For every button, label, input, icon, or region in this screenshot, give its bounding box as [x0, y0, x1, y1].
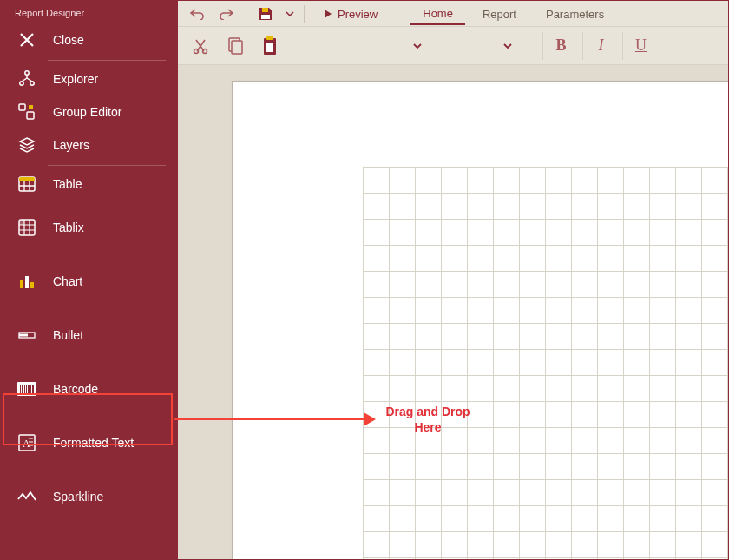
layers-icon: [16, 135, 37, 155]
annotation-line2: Here: [414, 420, 441, 434]
svg-rect-4: [27, 112, 34, 119]
sidebar-item-label: Layers: [53, 138, 89, 152]
sidebar-title: Report Designer: [1, 4, 178, 23]
svg-rect-14: [19, 334, 28, 337]
svg-rect-12: [30, 282, 34, 288]
svg-rect-20: [28, 385, 30, 393]
separator: [304, 5, 305, 23]
redo-button[interactable]: [214, 3, 239, 25]
svg-rect-11: [25, 276, 29, 288]
svg-rect-3: [19, 104, 25, 110]
cut-button[interactable]: [185, 30, 216, 62]
sidebar-item-label: Bullet: [53, 328, 83, 342]
bullet-icon: [16, 325, 37, 346]
svg-rect-10: [20, 280, 23, 288]
svg-rect-17: [22, 385, 23, 393]
play-icon: [324, 9, 332, 19]
design-canvas[interactable]: [178, 65, 728, 559]
sidebar-item-label: Tablix: [53, 221, 84, 234]
sidebar: Report Designer Close Explorer Group Edi…: [1, 1, 178, 559]
sidebar-item-label: Explorer: [53, 72, 98, 86]
sidebar-item-bullet[interactable]: Bullet: [1, 308, 178, 362]
divider: [48, 165, 166, 166]
svg-rect-25: [262, 8, 268, 12]
svg-rect-9: [19, 220, 24, 225]
sidebar-item-table[interactable]: Table: [1, 168, 178, 201]
underline-button[interactable]: U: [622, 32, 659, 60]
sidebar-item-chart[interactable]: Chart: [1, 254, 178, 308]
annotation-text: Drag and Drop Here: [363, 404, 493, 435]
svg-rect-19: [26, 385, 27, 393]
sidebar-item-label: Close: [53, 33, 84, 47]
main-area: Preview Home Report Parameters B I U: [178, 1, 728, 559]
bold-button[interactable]: B: [542, 32, 579, 60]
svg-point-27: [194, 49, 199, 53]
copy-button[interactable]: [220, 30, 251, 62]
annotation-arrow: [174, 418, 370, 420]
divider: [48, 60, 166, 61]
svg-rect-26: [261, 15, 270, 19]
font-size-dropdown[interactable]: [440, 35, 518, 57]
svg-rect-21: [30, 385, 31, 393]
group-editor-icon: [16, 102, 37, 122]
svg-point-2: [30, 82, 34, 85]
sidebar-item-sparkline[interactable]: Sparkline: [1, 470, 178, 524]
formatted-text-icon: A: [16, 432, 37, 453]
svg-rect-33: [266, 43, 273, 52]
annotation-line1: Drag and Drop: [385, 405, 470, 418]
sidebar-item-barcode[interactable]: Barcode: [1, 362, 178, 416]
sidebar-item-close[interactable]: Close: [1, 23, 178, 56]
sidebar-item-label: Table: [53, 177, 82, 191]
sidebar-item-label: Chart: [53, 274, 82, 288]
svg-point-28: [203, 49, 207, 53]
tab-report[interactable]: Report: [470, 3, 529, 24]
preview-button[interactable]: Preview: [312, 3, 390, 24]
svg-rect-5: [29, 105, 33, 109]
close-icon: [16, 30, 37, 50]
chevron-down-icon: [502, 43, 513, 49]
italic-button[interactable]: I: [582, 32, 619, 60]
table-icon: [16, 174, 37, 194]
svg-rect-7: [19, 177, 35, 181]
preview-label: Preview: [338, 8, 378, 21]
sidebar-item-explorer[interactable]: Explorer: [1, 63, 178, 96]
design-grid[interactable]: [363, 167, 728, 559]
toolbar-tabs: Preview Home Report Parameters: [178, 1, 728, 27]
tab-home[interactable]: Home: [410, 3, 465, 25]
sidebar-item-label: Formatted Text: [53, 436, 134, 450]
toolbar-tools: B I U: [178, 27, 728, 65]
undo-button[interactable]: [185, 3, 209, 25]
separator: [246, 5, 246, 23]
svg-point-1: [20, 82, 23, 85]
chart-icon: [16, 271, 37, 292]
report-page[interactable]: [232, 81, 728, 559]
sidebar-item-label: Group Editor: [53, 105, 122, 119]
save-dropdown[interactable]: [283, 3, 297, 25]
sparkline-icon: [16, 486, 37, 507]
svg-point-0: [25, 71, 29, 75]
explorer-icon: [16, 69, 37, 89]
svg-text:A: A: [23, 438, 30, 450]
sidebar-item-formatted-text[interactable]: A Formatted Text: [1, 416, 178, 470]
svg-rect-30: [232, 41, 242, 54]
svg-rect-16: [20, 385, 21, 393]
tab-parameters[interactable]: Parameters: [534, 3, 616, 24]
sidebar-item-label: Sparkline: [53, 490, 103, 504]
chevron-down-icon: [412, 43, 423, 49]
tablix-icon: [16, 217, 37, 238]
paste-button[interactable]: [254, 30, 286, 62]
svg-rect-22: [32, 385, 34, 393]
barcode-icon: [16, 379, 37, 399]
sidebar-item-tablix[interactable]: Tablix: [1, 201, 178, 254]
save-button[interactable]: [253, 3, 278, 25]
sidebar-item-group-editor[interactable]: Group Editor: [1, 96, 178, 128]
sidebar-item-label: Barcode: [53, 382, 98, 396]
svg-rect-18: [24, 385, 25, 393]
font-family-dropdown[interactable]: [315, 35, 428, 57]
sidebar-item-layers[interactable]: Layers: [1, 128, 178, 161]
svg-rect-32: [266, 36, 273, 40]
